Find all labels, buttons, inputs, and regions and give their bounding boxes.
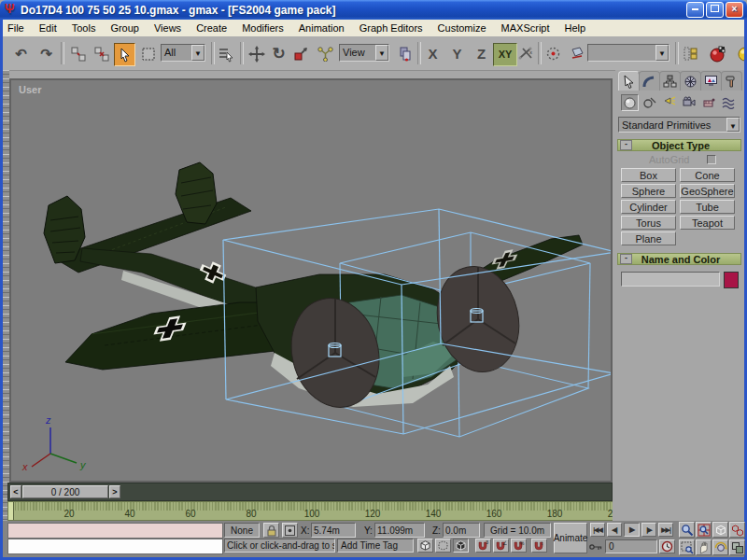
use-pivot-center-button[interactable]: [394, 43, 416, 64]
material-editor-button[interactable]: [707, 43, 728, 64]
menu-customize[interactable]: Customize: [430, 22, 494, 34]
menu-maxscript[interactable]: MAXScript: [494, 22, 557, 34]
time-slider-next-button[interactable]: >: [109, 485, 120, 498]
coordinate-system-dropdown[interactable]: View▼: [339, 44, 389, 62]
geometry-category-button[interactable]: [621, 94, 639, 111]
x-coordinate-field[interactable]: 5.74m: [311, 523, 356, 538]
go-to-start-button[interactable]: |◀◀: [590, 523, 605, 537]
animate-button[interactable]: Animate: [554, 523, 587, 553]
tab-motion[interactable]: [680, 71, 701, 91]
select-by-name-button[interactable]: [215, 43, 236, 64]
transform-gizmo-button[interactable]: [453, 539, 469, 553]
time-slider-handle[interactable]: 0 / 200: [22, 485, 108, 498]
menu-views[interactable]: Views: [147, 22, 189, 34]
minimize-button[interactable]: [686, 2, 704, 18]
absolute-offset-button[interactable]: [282, 523, 298, 538]
select-and-scale-button[interactable]: [289, 43, 311, 64]
spacewarps-category-button[interactable]: [719, 94, 737, 111]
object-type-rollout-header[interactable]: - Object Type: [617, 139, 741, 151]
redo-button[interactable]: ↷: [35, 43, 57, 64]
menu-create[interactable]: Create: [189, 22, 234, 34]
window-crossing-button[interactable]: [417, 539, 433, 553]
mirror-button[interactable]: [566, 43, 587, 64]
minmax-toggle-button[interactable]: [729, 539, 745, 555]
z-coordinate-field[interactable]: 0.0m: [443, 523, 480, 538]
menu-tools[interactable]: Tools: [64, 22, 104, 34]
track-bar[interactable]: 20 40 60 80 100 120 140 160 180 200: [7, 501, 614, 521]
lights-category-button[interactable]: [660, 94, 678, 111]
maxscript-listener-pane[interactable]: [7, 539, 223, 554]
current-frame-field[interactable]: 0: [605, 539, 657, 553]
angle-snap-button[interactable]: ∠: [493, 539, 509, 553]
create-geosphere-button[interactable]: GeoSphere: [680, 184, 735, 198]
play-button[interactable]: ▶: [624, 523, 640, 537]
snaps-toggle-button[interactable]: [543, 43, 564, 64]
create-cylinder-button[interactable]: Cylinder: [621, 200, 676, 214]
close-button[interactable]: ×: [726, 2, 743, 18]
create-box-button[interactable]: Box: [621, 168, 676, 182]
zoom-button[interactable]: [679, 522, 695, 538]
create-plane-button[interactable]: Plane: [621, 231, 676, 245]
degradation-override-button[interactable]: [435, 539, 451, 553]
select-and-rotate-button[interactable]: ↻: [268, 43, 289, 64]
rectangular-selection-button[interactable]: [137, 43, 159, 64]
macro-recorder-pane[interactable]: [7, 523, 223, 539]
menu-animation[interactable]: Animation: [291, 22, 352, 34]
select-and-link-button[interactable]: [67, 43, 89, 64]
snap-3d-button[interactable]: 3: [475, 539, 491, 553]
undo-button[interactable]: ↶: [10, 43, 32, 64]
zoom-all-button[interactable]: [696, 522, 712, 538]
restrict-y-button[interactable]: Y: [446, 43, 468, 64]
menu-edit[interactable]: Edit: [32, 22, 64, 34]
track-view-button[interactable]: [680, 43, 701, 64]
zoom-extents-all-button[interactable]: [729, 522, 745, 538]
select-and-manipulate-button[interactable]: [315, 43, 336, 64]
create-tube-button[interactable]: Tube: [680, 200, 735, 214]
menu-modifiers[interactable]: Modifiers: [234, 22, 291, 34]
create-torus-button[interactable]: Torus: [621, 216, 676, 230]
restrict-xy-plane-button[interactable]: XY: [493, 43, 517, 66]
set-key-button[interactable]: [588, 539, 603, 553]
previous-frame-button[interactable]: ◀|: [607, 523, 622, 537]
selection-lock-button[interactable]: [263, 523, 279, 538]
time-configuration-button[interactable]: [659, 539, 675, 553]
select-and-move-button[interactable]: [246, 43, 267, 64]
restrict-z-button[interactable]: Z: [471, 43, 492, 64]
time-slider-prev-button[interactable]: <: [10, 485, 21, 498]
user-viewport[interactable]: User: [9, 78, 613, 483]
menu-file[interactable]: File: [0, 22, 32, 34]
percent-snap-button[interactable]: %: [511, 539, 527, 553]
primitive-category-dropdown[interactable]: Standard Primitives ▼: [618, 117, 740, 133]
region-zoom-button[interactable]: [679, 539, 695, 555]
arc-rotate-button[interactable]: [712, 539, 728, 555]
shapes-category-button[interactable]: [641, 94, 658, 111]
select-object-button[interactable]: [114, 43, 135, 66]
next-frame-button[interactable]: |▶: [641, 523, 656, 537]
menu-group[interactable]: Group: [103, 22, 147, 34]
track-bar-frame-marker[interactable]: [8, 502, 14, 520]
y-coordinate-field[interactable]: 11.099m: [374, 523, 425, 538]
cameras-category-button[interactable]: [680, 94, 698, 111]
title-bar[interactable]: Ψ Do17D4 100 75 50 25 10.gmax - gmax - […: [0, 0, 747, 20]
selection-filter-dropdown[interactable]: All▼: [161, 44, 205, 62]
object-name-field[interactable]: [621, 272, 720, 287]
tab-modify[interactable]: [639, 71, 660, 91]
menu-graph-editors[interactable]: Graph Editors: [352, 22, 430, 34]
helpers-category-button[interactable]: [699, 94, 717, 111]
named-selection-dropdown[interactable]: ▼: [587, 44, 669, 62]
name-color-rollout-header[interactable]: - Name and Color: [617, 253, 741, 265]
create-cone-button[interactable]: Cone: [680, 168, 735, 182]
create-sphere-button[interactable]: Sphere: [621, 184, 676, 198]
zoom-extents-button[interactable]: [712, 522, 728, 538]
object-color-swatch[interactable]: [724, 272, 739, 288]
unlink-selection-button[interactable]: [91, 43, 112, 64]
ik-toggle-button[interactable]: x: [515, 43, 537, 64]
tab-hierarchy[interactable]: [659, 71, 681, 91]
menu-help[interactable]: Help: [557, 22, 594, 34]
autogrid-checkbox[interactable]: [707, 155, 716, 164]
restrict-x-button[interactable]: X: [422, 43, 444, 64]
time-slider-track[interactable]: < 0 / 200 >: [7, 483, 613, 501]
selection-set-field[interactable]: None: [224, 523, 260, 538]
spinner-snap-button[interactable]: ↕: [531, 539, 547, 553]
create-teapot-button[interactable]: Teapot: [680, 216, 735, 230]
